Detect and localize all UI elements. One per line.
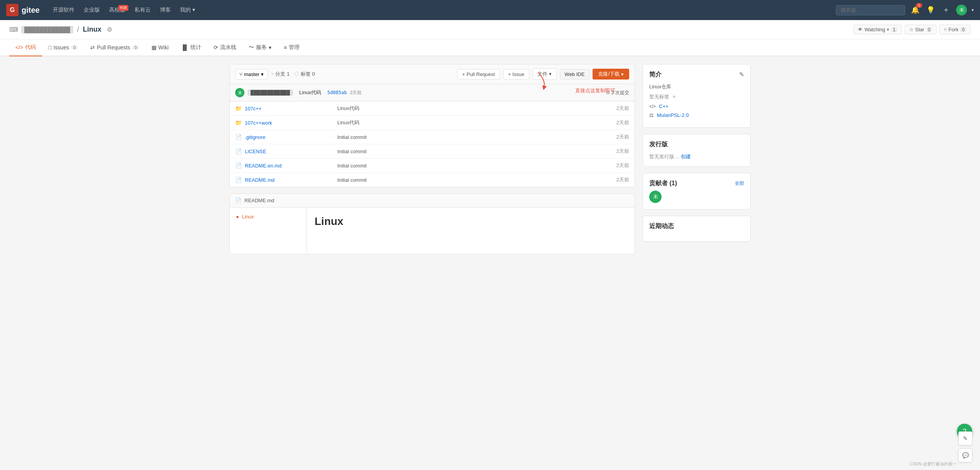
file-btn[interactable]: 文件 ▾ [532, 68, 557, 80]
toc-item[interactable]: ● Linux [236, 214, 300, 220]
recent-activity-title: 近期动态 [649, 222, 744, 230]
settings-icon[interactable]: ⚙ [107, 26, 112, 33]
create-release-link[interactable]: 创建 [681, 154, 691, 159]
tab-services[interactable]: 〜 服务 ▾ [242, 39, 278, 56]
repo-owner[interactable]: ████████████ [21, 26, 73, 34]
repo-title-group: ⌨ ████████████ / Linux ⚙ [9, 25, 112, 34]
commit-count-icon: ⊙ [606, 90, 610, 95]
nav-enterprise[interactable]: 企业版 [80, 4, 104, 16]
university-badge: 特惠 [118, 5, 128, 11]
star-count: 0 [926, 27, 933, 32]
language-row: </> C++ [649, 103, 744, 109]
contributor-avatar[interactable]: 未 [649, 191, 662, 203]
branch-count: ⑂ 分支 1 [271, 71, 290, 78]
file-commit-msg: Initial commit [337, 149, 598, 154]
navbar: G gitee 开源软件 企业版 高校版 特惠 私有云 博客 我的 ▾ 🔔 1 … [0, 0, 980, 20]
fork-count: 0 [960, 27, 967, 32]
logo-text: gitee [22, 6, 40, 15]
readme-file-icon: 📄 [235, 198, 241, 203]
tab-manage[interactable]: ≡ 管理 [278, 39, 306, 56]
clone-download-btn[interactable]: 克隆/下载 ▾ [593, 69, 629, 79]
notification-bell[interactable]: 🔔 1 [910, 5, 921, 15]
sidebar-intro: 简介 ✎ Linux仓库 暂无标签 + </> C++ ⚖ MulanPSL-2… [643, 64, 751, 128]
readme-header: 📄 README.md [230, 194, 635, 208]
file-commit-msg: Initial commit [337, 163, 598, 169]
language-icon: </> [649, 104, 656, 109]
code-tab-icon: </> [15, 44, 23, 51]
file-name-link[interactable]: .gitignore [245, 134, 322, 140]
webide-btn[interactable]: Web IDE [560, 69, 590, 79]
folder-icon: 📁 [235, 105, 242, 112]
fork-button[interactable]: ⑂ Fork 0 [940, 25, 971, 34]
file-row: 📄 .gitignore Initial commit 2天前 [230, 130, 635, 144]
repo-name[interactable]: Linux [83, 25, 101, 34]
add-tag-btn[interactable]: + [672, 93, 676, 100]
sidebar-recent-activity: 近期动态 [643, 216, 751, 242]
file-name-link[interactable]: README.en.md [245, 163, 322, 169]
readme-filename: README.md [244, 198, 274, 203]
commit-time: 2天前 [350, 90, 362, 96]
watching-button[interactable]: 👁 Watching ▾ 1 [854, 25, 901, 34]
slash-sep: / [77, 25, 79, 34]
toolbar-right: + Pull Request + Issue 文件 ▾ Web IDE 克隆/下… [457, 68, 629, 80]
nav-private-cloud[interactable]: 私有云 [131, 4, 155, 16]
tab-code[interactable]: </> 代码 [9, 39, 42, 56]
search-input[interactable] [836, 5, 905, 15]
stats-tab-icon: ▐▌ [181, 44, 189, 51]
star-icon: ☆ [909, 27, 914, 32]
pull-request-btn[interactable]: + Pull Request [457, 69, 500, 79]
nav-university[interactable]: 高校版 特惠 [105, 4, 129, 16]
edit-intro-btn[interactable]: ✎ [739, 71, 744, 78]
fork-icon: ⑂ [944, 27, 947, 32]
tab-stats[interactable]: ▐▌ 统计 [175, 39, 207, 56]
sidebar-release: 发行版 暂无发行版， 创建 [643, 134, 751, 167]
file-name-link[interactable]: README.md [245, 177, 322, 183]
file-commit-msg: Initial commit [337, 177, 598, 183]
user-avatar[interactable]: 未 [956, 5, 967, 15]
add-icon[interactable]: + [941, 5, 951, 15]
license-link[interactable]: MulanPSL-2.0 [657, 112, 689, 118]
tab-wiki[interactable]: ▦ Wiki [145, 40, 175, 56]
file-doc-icon: 📄 [235, 177, 242, 183]
commit-message[interactable]: Linux代码 [299, 89, 321, 96]
commit-count: ⊙ 2 次提交 [606, 90, 629, 96]
file-time: 2天前 [598, 134, 629, 140]
nav-mine[interactable]: 我的 ▾ [176, 4, 199, 16]
star-button[interactable]: ☆ Star 0 [905, 25, 937, 34]
pipeline-tab-icon: ⟳ [214, 44, 218, 51]
code-icon: ⌨ [9, 26, 18, 33]
sidebar-contributors: 贡献者 (1) 全部 未 [643, 173, 751, 210]
contributors-list: 未 [649, 191, 744, 203]
repo-main: ⑂ master ▾ ⑂ 分支 1 ◇ 标签 0 + Pull Request [229, 64, 635, 254]
nav-opensource[interactable]: 开源软件 [49, 4, 78, 16]
file-row: 📁 107c++ Linux代码 2天前 [230, 101, 635, 116]
readme-title: Linux [315, 215, 627, 228]
commit-author-avatar[interactable]: 未 [235, 88, 244, 97]
release-text: 暂无发行版， 创建 [649, 153, 744, 160]
logo[interactable]: G gitee [6, 4, 40, 16]
commit-hash[interactable]: 5d085ab [327, 90, 347, 95]
contributors-all-link[interactable]: 全部 [735, 180, 744, 187]
issue-btn[interactable]: + Issue [503, 69, 529, 79]
file-name-link[interactable]: 107c++ [245, 106, 322, 112]
branch-selector[interactable]: ⑂ master ▾ [235, 69, 268, 79]
bulb-icon[interactable]: 💡 [925, 5, 936, 15]
tab-pull-requests[interactable]: ⇄ Pull Requests 0 [84, 40, 145, 56]
commit-row: 未 ████████████ Linux代码 5d085ab 2天前 ⊙ 2 次… [230, 84, 635, 101]
avatar-dropdown[interactable]: ▾ [972, 7, 974, 13]
repo-description: Linux仓库 [649, 83, 744, 90]
file-doc-icon: 📄 [235, 134, 242, 140]
main-nav: 开源软件 企业版 高校版 特惠 私有云 博客 我的 ▾ [49, 4, 199, 16]
file-commit-msg: Initial commit [337, 134, 598, 140]
file-commit-msg: Linux代码 [337, 119, 598, 126]
nav-blog[interactable]: 博客 [156, 4, 175, 16]
issues-tab-icon: □ [48, 44, 51, 51]
readme-toc: ● Linux [230, 208, 307, 254]
file-time: 2天前 [598, 148, 629, 155]
file-name-link[interactable]: LICENSE [245, 149, 322, 154]
pr-tab-icon: ⇄ [90, 44, 95, 51]
contributors-header: 贡献者 (1) 全部 [649, 179, 744, 188]
tab-pipeline[interactable]: ⟳ 流水线 [207, 39, 242, 56]
file-name-link[interactable]: 107c++work [245, 120, 322, 126]
tab-issues[interactable]: □ Issues 0 [42, 40, 84, 56]
